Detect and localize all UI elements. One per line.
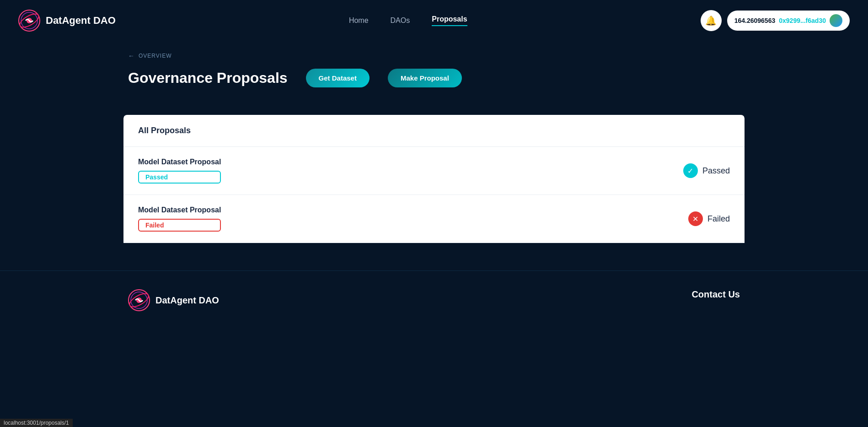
proposal-left-1: Model Dataset Proposal Passed <box>138 158 221 184</box>
logo-icon <box>18 10 40 32</box>
footer-logo-area: DatAgent DAO <box>128 289 219 311</box>
check-icon: ✓ <box>687 167 693 175</box>
proposal-badge-2: Failed <box>138 219 221 232</box>
nav-proposals[interactable]: Proposals <box>432 15 467 26</box>
main-content: ← OVERVIEW Governance Proposals Get Data… <box>0 41 868 243</box>
proposal-left-2: Model Dataset Proposal Failed <box>138 206 221 232</box>
url-bar: localhost:3001/proposals/1 <box>0 419 73 427</box>
table-row[interactable]: Model Dataset Proposal Passed ✓ Passed <box>123 147 745 195</box>
proposals-section-header: All Proposals <box>123 115 745 147</box>
breadcrumb: ← OVERVIEW <box>0 52 868 69</box>
status-text-1: Passed <box>702 166 730 176</box>
notification-bell-button[interactable]: 🔔 <box>701 10 722 31</box>
get-dataset-button[interactable]: Get Dataset <box>306 69 370 87</box>
proposal-name-1: Model Dataset Proposal <box>138 158 221 166</box>
proposals-container: All Proposals Model Dataset Proposal Pas… <box>123 115 745 243</box>
breadcrumb-arrow: ← <box>128 52 135 59</box>
proposal-name-2: Model Dataset Proposal <box>138 206 221 214</box>
header-right: 🔔 164.26096563 0x9299...f6ad30 <box>701 10 850 31</box>
footer: DatAgent DAO Contact Us <box>0 270 868 330</box>
wallet-button[interactable]: 164.26096563 0x9299...f6ad30 <box>727 11 850 31</box>
wallet-balance: 164.26096563 <box>734 17 776 24</box>
breadcrumb-label: OVERVIEW <box>139 53 171 59</box>
nav-daos[interactable]: DAOs <box>391 16 410 25</box>
wallet-avatar <box>830 14 842 27</box>
proposal-badge-1: Passed <box>138 171 221 184</box>
logo-area: DatAgent DAO <box>18 10 116 32</box>
status-icon-failed-2: ✕ <box>688 211 703 226</box>
main-nav: Home DAOs Proposals <box>349 15 467 26</box>
logo-text: DatAgent DAO <box>46 15 116 27</box>
make-proposal-button[interactable]: Make Proposal <box>388 69 462 87</box>
header: DatAgent DAO Home DAOs Proposals 🔔 164.2… <box>0 0 868 41</box>
status-text-2: Failed <box>707 214 730 224</box>
footer-logo-icon <box>128 289 150 311</box>
wallet-address: 0x9299...f6ad30 <box>779 17 826 24</box>
x-icon: ✕ <box>692 215 698 223</box>
footer-contact: Contact Us <box>691 289 740 300</box>
proposals-header-text: All Proposals <box>138 126 191 135</box>
table-row[interactable]: Model Dataset Proposal Failed ✕ Failed <box>123 195 745 243</box>
proposal-right-2: ✕ Failed <box>688 211 730 226</box>
nav-home[interactable]: Home <box>349 16 369 25</box>
bell-icon: 🔔 <box>705 15 717 26</box>
footer-spacer <box>0 243 868 270</box>
footer-logo-text: DatAgent DAO <box>155 295 219 306</box>
page-title: Governance Proposals <box>128 70 288 86</box>
page-header: Governance Proposals Get Dataset Make Pr… <box>0 69 868 115</box>
status-icon-passed-1: ✓ <box>683 163 698 178</box>
proposal-right-1: ✓ Passed <box>683 163 730 178</box>
